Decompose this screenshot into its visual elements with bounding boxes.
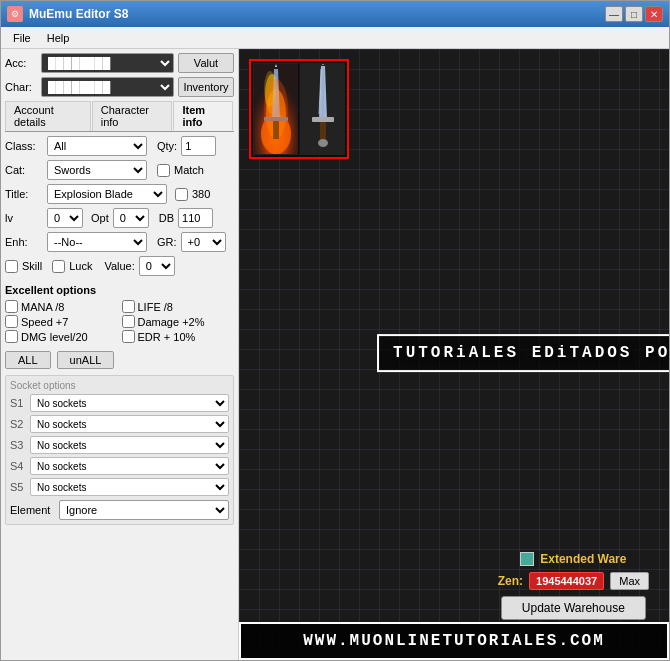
zen-value: 1945444037 [529, 572, 604, 590]
luck-checkbox[interactable] [52, 260, 65, 273]
menu-file[interactable]: File [5, 30, 39, 46]
socket-s4-row: S4 No socketsFireWater [10, 457, 229, 475]
gr-select[interactable]: +0+1+2 [181, 232, 226, 252]
exc-mana-item: MANA /8 [5, 300, 118, 313]
title-label: Title: [5, 188, 43, 200]
watermark-text: TUTORiALES EDiTADOS POR ASD* [377, 334, 669, 372]
skill-checkbox[interactable] [5, 260, 18, 273]
lv-opt-db-row: lv 012 345 Opt 012 DB [5, 208, 234, 228]
db-input[interactable] [178, 208, 213, 228]
svg-point-15 [318, 139, 328, 147]
window-controls: — □ ✕ [605, 6, 663, 22]
maximize-button[interactable]: □ [625, 6, 643, 22]
opt-select[interactable]: 012 [113, 208, 149, 228]
acc-row: Acc: ████████ Valut [5, 53, 234, 73]
s3-select[interactable]: No socketsFireWater [30, 436, 229, 454]
website-footer: WWW.MUONLINETUTORIALES.COM [239, 622, 669, 660]
lv-label: lv [5, 212, 43, 224]
socket-title: Socket options [10, 380, 229, 391]
exc-life-item: LIFE /8 [122, 300, 235, 313]
lv380-checkbox[interactable] [175, 188, 188, 201]
s5-select[interactable]: No socketsFireWater [30, 478, 229, 496]
title-bar: ⚙ MuEmu Editor S8 — □ ✕ [1, 1, 669, 27]
socket-section: Socket options S1 No socketsFireWater S2… [5, 375, 234, 525]
zen-label: Zen: [498, 574, 523, 588]
socket-s5-row: S5 No socketsFireWater [10, 478, 229, 496]
acc-label: Acc: [5, 57, 37, 69]
exc-dmg-level-label: DMG level/20 [21, 331, 88, 343]
exc-grid: MANA /8 LIFE /8 Speed +7 Damage +2% [5, 300, 234, 343]
char-select[interactable]: ████████ [41, 77, 174, 97]
unall-button[interactable]: unALL [57, 351, 115, 369]
app-icon: ⚙ [7, 6, 23, 22]
extended-ware-label: Extended Ware [540, 552, 626, 566]
enh-label: Enh: [5, 236, 43, 248]
tab-character[interactable]: Character info [92, 101, 173, 131]
fire-weapon-icon [254, 64, 298, 154]
update-warehouse-button[interactable]: Update Warehouse [501, 596, 646, 620]
value-label: Value: [104, 260, 134, 272]
zen-max-button[interactable]: Max [610, 572, 649, 590]
all-buttons-row: ALL unALL [5, 351, 234, 369]
main-window: ⚙ MuEmu Editor S8 — □ ✕ File Help Acc: █… [0, 0, 670, 661]
minimize-button[interactable]: — [605, 6, 623, 22]
s4-select[interactable]: No socketsFireWater [30, 457, 229, 475]
item-form: Class: All DK DW Elf MG Qty: Cat: Sw [5, 136, 234, 369]
qty-label: Qty: [157, 140, 177, 152]
exc-dmg-level-item: DMG level/20 [5, 330, 118, 343]
title-select[interactable]: Explosion Blade Thunder Blade Dragon Sou… [47, 184, 167, 204]
title-bar-left: ⚙ MuEmu Editor S8 [7, 6, 128, 22]
qty-input[interactable] [181, 136, 216, 156]
tab-account[interactable]: Account details [5, 101, 91, 131]
extended-ware-checkbox[interactable] [520, 552, 534, 566]
enh-select[interactable]: --No-- Ignore/20 [47, 232, 147, 252]
s2-label: S2 [10, 418, 26, 430]
inventory-button[interactable]: Inventory [178, 77, 234, 97]
menu-bar: File Help [1, 27, 669, 49]
enh-gr-row: Enh: --No-- Ignore/20 GR: +0+1+2 [5, 232, 234, 252]
exc-edr-checkbox[interactable] [122, 330, 135, 343]
match-label: Match [174, 164, 204, 176]
tabs-row: Account details Character info Item info [5, 101, 234, 132]
gr-label: GR: [157, 236, 177, 248]
main-content: Acc: ████████ Valut Char: ████████ Inven… [1, 49, 669, 660]
exc-title: Excellent options [5, 284, 234, 296]
element-select[interactable]: IgnoreFireWaterEarthWind [59, 500, 229, 520]
s1-select[interactable]: No socketsFireWater [30, 394, 229, 412]
s2-select[interactable]: No socketsFireWater [30, 415, 229, 433]
exc-damage-checkbox[interactable] [122, 315, 135, 328]
title-row: Title: Explosion Blade Thunder Blade Dra… [5, 184, 234, 204]
all-button[interactable]: ALL [5, 351, 51, 369]
exc-edr-label: EDR + 10% [138, 331, 196, 343]
tab-item[interactable]: Item info [173, 101, 233, 131]
lv-select[interactable]: 012 345 [47, 208, 83, 228]
socket-s2-row: S2 No socketsFireWater [10, 415, 229, 433]
acc-select[interactable]: ████████ [41, 53, 174, 73]
exc-speed-checkbox[interactable] [5, 315, 18, 328]
exc-mana-label: MANA /8 [21, 301, 64, 313]
class-select[interactable]: All DK DW Elf MG [47, 136, 147, 156]
exc-speed-item: Speed +7 [5, 315, 118, 328]
sword-weapon-icon [308, 64, 338, 154]
char-label: Char: [5, 81, 37, 93]
svg-point-9 [264, 71, 276, 107]
skill-luck-row: Skill Luck Value: 012 [5, 256, 234, 276]
close-button[interactable]: ✕ [645, 6, 663, 22]
socket-s1-row: S1 No socketsFireWater [10, 394, 229, 412]
exc-dmg-level-checkbox[interactable] [5, 330, 18, 343]
menu-help[interactable]: Help [39, 30, 78, 46]
value-select[interactable]: 012 [139, 256, 175, 276]
socket-s3-row: S3 No socketsFireWater [10, 436, 229, 454]
exc-mana-checkbox[interactable] [5, 300, 18, 313]
bottom-controls: Extended Ware Zen: 1945444037 Max Update… [498, 552, 649, 620]
cat-select[interactable]: Swords Axes Staffs [47, 160, 147, 180]
class-label: Class: [5, 140, 43, 152]
luck-label: Luck [69, 260, 92, 272]
valut-button[interactable]: Valut [178, 53, 234, 73]
opt-label: Opt [91, 212, 109, 224]
exc-speed-label: Speed +7 [21, 316, 68, 328]
cat-label: Cat: [5, 164, 43, 176]
match-checkbox[interactable] [157, 164, 170, 177]
exc-life-checkbox[interactable] [122, 300, 135, 313]
svg-marker-11 [322, 64, 324, 65]
